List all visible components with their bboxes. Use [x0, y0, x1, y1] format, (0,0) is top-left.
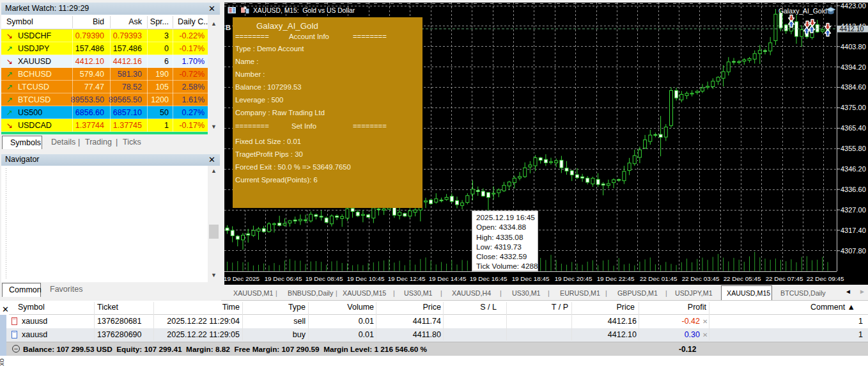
svg-text:19 Dec 16:45: 19 Dec 16:45 [470, 275, 508, 282]
svg-text:22 Dec 07:45: 22 Dec 07:45 [766, 275, 803, 282]
svg-text:4423.00: 4423.00 [841, 3, 866, 10]
svg-text:19 Dec 18:45: 19 Dec 18:45 [512, 275, 550, 282]
svg-text:B: B [226, 24, 231, 31]
svg-text:XAUUSD, M15: Gold vs US Dolla: XAUUSD, M15: Gold vs US Dollar [253, 7, 355, 14]
svg-text:4365.40: 4365.40 [841, 124, 866, 132]
svg-text:19 Dec 20:45: 19 Dec 20:45 [555, 275, 593, 282]
svg-text:19 Dec 14:45: 19 Dec 14:45 [429, 275, 467, 282]
svg-text:4384.60: 4384.60 [841, 83, 866, 91]
svg-text:22 Dec 03:45: 22 Dec 03:45 [682, 275, 720, 282]
svg-text:19 Dec 2025: 19 Dec 2025 [224, 275, 260, 282]
svg-text:22 Dec 09:45: 22 Dec 09:45 [807, 275, 844, 282]
svg-text:4346.20: 4346.20 [841, 165, 866, 173]
svg-text:19 Dec 10:45: 19 Dec 10:45 [347, 275, 385, 282]
svg-text:4327.00: 4327.00 [841, 206, 866, 214]
svg-text:4375.00: 4375.00 [841, 104, 866, 111]
svg-text:19 Dec 08:45: 19 Dec 08:45 [306, 275, 343, 282]
svg-text:19 Dec 12:45: 19 Dec 12:45 [388, 275, 426, 282]
svg-text:22 Dec 01:45: 22 Dec 01:45 [640, 275, 678, 282]
svg-text:4394.20: 4394.20 [841, 63, 866, 71]
svg-text:Galaxy_AI_Gold: Galaxy_AI_Gold [779, 8, 827, 15]
svg-text:4355.80: 4355.80 [841, 145, 866, 152]
svg-text:19 Dec 22:45: 19 Dec 22:45 [597, 275, 635, 282]
svg-text:4336.60: 4336.60 [841, 186, 866, 193]
svg-text:22 Dec 05:45: 22 Dec 05:45 [724, 275, 761, 282]
svg-text:4307.80: 4307.80 [841, 247, 866, 255]
svg-text:19 Dec 06:45: 19 Dec 06:45 [265, 275, 302, 282]
svg-text:4412.10: 4412.10 [840, 25, 864, 33]
svg-text:4403.80: 4403.80 [841, 43, 866, 51]
svg-text:4317.40: 4317.40 [841, 227, 866, 234]
